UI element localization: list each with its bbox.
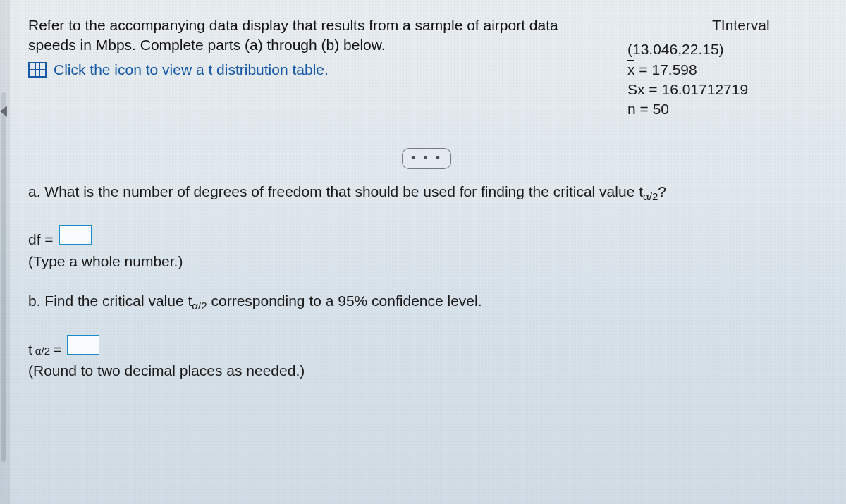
equals: = — [639, 61, 651, 78]
question-a-pre: a. What is the number of degrees of free… — [28, 183, 643, 199]
df-hint: (Type a whole number.) — [28, 252, 825, 271]
question-b-sub: α/2 — [192, 300, 207, 312]
calc-xbar-row: x = 17.598 — [627, 60, 825, 80]
calc-n-row: n = 50 — [627, 99, 825, 119]
calc-sx-row: Sx = 16.01712719 — [627, 80, 825, 99]
n-label: n — [627, 101, 636, 117]
calc-interval: (13.046,22.15) — [627, 39, 825, 59]
calc-title: TInterval — [712, 16, 825, 35]
t-table-link-text: Click the icon to view a t distribution … — [54, 60, 329, 80]
df-input[interactable] — [59, 225, 92, 245]
t-label-post: = — [53, 340, 61, 359]
sx-value: 16.01712719 — [661, 81, 748, 97]
t-label-sub: α/2 — [35, 344, 50, 358]
question-b: b. Find the critical value tα/2 correspo… — [28, 291, 825, 314]
questions: a. What is the number of degrees of free… — [28, 182, 825, 381]
equals: = — [649, 81, 661, 97]
equals: = — [640, 101, 653, 117]
t-answer-row: tα/2 = — [28, 335, 825, 359]
prompt-line-1: Refer to the accompanying data display t… — [28, 16, 564, 35]
t-table-link-row[interactable]: Click the icon to view a t distribution … — [28, 60, 564, 80]
t-label-pre: t — [28, 340, 32, 359]
question-a-sub: α/2 — [643, 190, 658, 202]
xbar-symbol: x — [627, 60, 635, 78]
t-input[interactable] — [67, 335, 99, 355]
sx-label: Sx — [627, 81, 645, 97]
question-a: a. What is the number of degrees of free… — [28, 182, 825, 204]
xbar-value: 17.598 — [651, 61, 697, 78]
question-panel: Refer to the accompanying data display t… — [0, 0, 846, 504]
df-label: df = — [28, 230, 54, 250]
section-divider: • • • — [28, 148, 825, 165]
question-a-post: ? — [658, 183, 666, 199]
t-hint: (Round to two decimal places as needed.) — [28, 361, 825, 381]
prompt-line-2: speeds in Mbps. Complete parts (a) throu… — [28, 35, 564, 55]
question-b-post: corresponding to a 95% confidence level. — [207, 293, 482, 309]
prompt-text: Refer to the accompanying data display t… — [28, 16, 564, 80]
calculator-output: TInterval (13.046,22.15) x = 17.598 Sx =… — [627, 16, 825, 120]
question-b-pre: b. Find the critical value t — [28, 293, 192, 309]
expand-toggle[interactable]: • • • — [402, 148, 451, 169]
n-value: 50 — [653, 101, 669, 117]
df-answer-row: df = — [28, 225, 825, 250]
table-icon — [28, 62, 47, 78]
top-section: Refer to the accompanying data display t… — [28, 16, 825, 120]
